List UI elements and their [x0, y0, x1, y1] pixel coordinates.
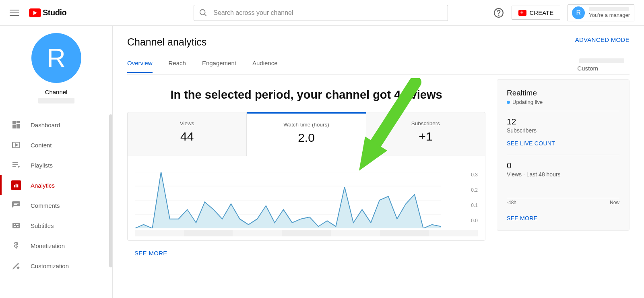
metric-tab-watch-time[interactable]: Watch time (hours) 2.0	[247, 112, 366, 156]
account-switcher[interactable]: R You're a manager	[568, 4, 634, 21]
tab-reach[interactable]: Reach	[169, 60, 186, 73]
svg-marker-9	[15, 144, 18, 146]
subtitles-icon	[11, 221, 21, 230]
brand-name: Studio	[43, 8, 66, 17]
chart-x-axis	[135, 230, 478, 236]
channel-label: Channel	[45, 89, 68, 95]
svg-line-1	[204, 14, 206, 16]
sidebar-item-analytics[interactable]: Analytics	[0, 175, 112, 195]
advanced-mode-link[interactable]: ADVANCED MODE	[575, 36, 630, 43]
svg-rect-20	[14, 226, 16, 227]
sidebar-item-subtitles[interactable]: Subtitles	[0, 215, 112, 236]
sidebar-item-comments[interactable]: Comments	[0, 195, 112, 215]
analytics-icon	[11, 180, 21, 190]
avatar: R	[572, 6, 585, 19]
monetization-icon	[11, 241, 21, 250]
comments-icon	[11, 201, 21, 210]
see-more-link[interactable]: SEE MORE	[134, 250, 485, 257]
svg-point-3	[498, 15, 499, 15]
sidebar-item-label: Content	[31, 142, 52, 149]
svg-rect-12	[12, 166, 16, 167]
svg-rect-11	[12, 164, 18, 165]
summary-headline: In the selected period, your channel got…	[127, 88, 485, 101]
page-title: Channel analytics	[127, 36, 206, 48]
tab-engagement[interactable]: Engagement	[202, 60, 236, 73]
live-dot-icon	[507, 101, 510, 104]
metric-value: 2.0	[247, 131, 365, 145]
search-input-wrap[interactable]	[194, 5, 448, 21]
svg-marker-13	[18, 166, 20, 168]
help-icon[interactable]	[493, 7, 504, 19]
sidebar-item-label: Analytics	[31, 182, 55, 189]
date-range-redacted	[579, 58, 624, 63]
chart-area: 0.3 0.2 0.1 0.0	[128, 156, 485, 240]
dashboard-icon	[11, 120, 21, 130]
svg-rect-23	[16, 224, 19, 225]
date-range-label: Custom	[577, 65, 598, 72]
brand[interactable]: Studio	[29, 8, 66, 17]
svg-rect-21	[17, 226, 19, 227]
svg-point-24	[18, 263, 19, 264]
playlists-icon	[11, 160, 21, 170]
sidebar-item-customization[interactable]: Customization	[0, 256, 112, 276]
create-button[interactable]: CREATE	[512, 6, 561, 20]
metric-label: Subscribers	[366, 120, 485, 126]
svg-rect-14	[14, 185, 15, 187]
search-icon	[199, 8, 208, 17]
svg-rect-5	[17, 121, 20, 123]
analytics-tabs: Overview Reach Engagement Audience	[127, 60, 278, 73]
account-role: You're a manager	[589, 12, 630, 18]
realtime-subscribers-value: 12	[507, 117, 619, 126]
metric-tab-views[interactable]: Views 44	[128, 112, 247, 156]
svg-rect-17	[14, 203, 19, 204]
realtime-range: -48h Now	[507, 198, 619, 205]
realtime-status: Updating live	[507, 99, 619, 105]
tab-overview[interactable]: Overview	[127, 60, 153, 73]
sidebar-item-monetization[interactable]: Monetization	[0, 236, 112, 256]
sidebar-item-dashboard[interactable]: Dashboard	[0, 115, 112, 135]
menu-icon[interactable]	[10, 8, 19, 18]
channel-avatar: R	[31, 33, 81, 83]
channel-block[interactable]: R Channel	[0, 33, 112, 109]
realtime-panel: Realtime Updating live 12 Subscribers SE…	[497, 79, 630, 231]
realtime-see-more-link[interactable]: SEE MORE	[507, 215, 619, 221]
metric-value: 44	[128, 130, 246, 143]
svg-rect-19	[12, 223, 20, 228]
metric-label: Views	[128, 120, 246, 126]
app-header: Studio CREATE R You're a manager	[0, 0, 644, 26]
metric-tab-subscribers[interactable]: Subscribers +1	[366, 112, 485, 156]
sidebar-item-label: Customization	[31, 263, 69, 269]
sidebar: R Channel Dashboard Content Playlists An…	[0, 26, 113, 298]
account-name-redacted	[589, 7, 629, 11]
metrics-card: Views 44 Watch time (hours) 2.0 Subscrib…	[127, 112, 485, 241]
sidebar-item-label: Dashboard	[31, 122, 60, 128]
svg-rect-15	[16, 184, 17, 187]
see-live-count-link[interactable]: SEE LIVE COUNT	[507, 140, 619, 147]
channel-name-redacted	[38, 98, 74, 103]
sidebar-item-label: Playlists	[31, 162, 53, 169]
metric-value: +1	[366, 130, 485, 143]
main-content: Channel analytics ADVANCED MODE Overview…	[113, 26, 644, 298]
create-icon	[518, 10, 526, 16]
realtime-title: Realtime	[507, 89, 619, 97]
svg-rect-10	[12, 162, 18, 163]
chart-y-ticks: 0.3 0.2 0.1 0.0	[471, 172, 478, 224]
realtime-views-label: Views · Last 48 hours	[507, 171, 619, 178]
scrollbar[interactable]	[109, 114, 112, 267]
svg-rect-7	[12, 125, 16, 128]
realtime-views-value: 0	[507, 161, 619, 170]
metric-label: Watch time (hours)	[247, 122, 365, 128]
customization-icon	[11, 261, 21, 271]
date-range-picker[interactable]: Custom	[577, 58, 626, 74]
svg-rect-6	[17, 124, 20, 128]
line-chart	[135, 172, 441, 228]
tab-audience[interactable]: Audience	[252, 60, 278, 73]
sidebar-item-playlists[interactable]: Playlists	[0, 155, 112, 175]
search-input[interactable]	[213, 9, 443, 17]
youtube-logo-icon	[29, 8, 41, 17]
create-label: CREATE	[530, 9, 554, 16]
svg-rect-4	[12, 121, 16, 124]
sidebar-item-content[interactable]: Content	[0, 135, 112, 155]
sidebar-item-label: Monetization	[31, 242, 65, 249]
svg-point-0	[200, 9, 205, 14]
